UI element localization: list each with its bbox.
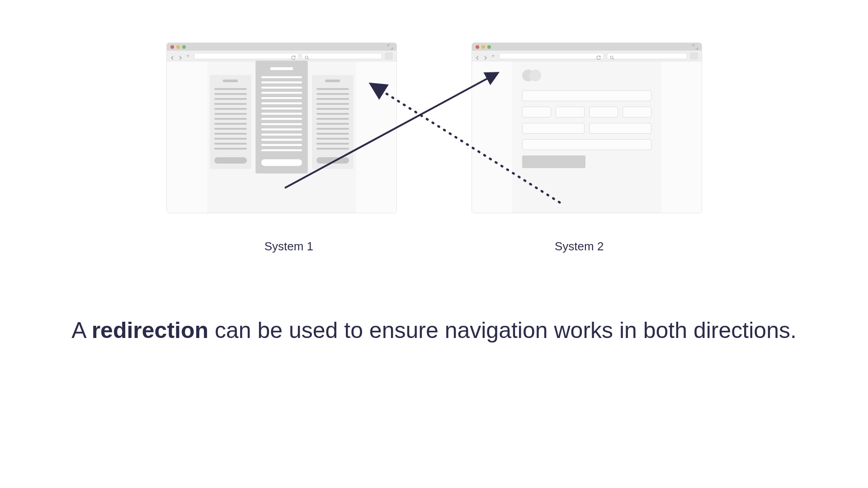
text-line (214, 148, 247, 150)
text-line (316, 143, 349, 145)
text-line (261, 102, 302, 104)
plus-icon: + (185, 53, 191, 59)
search-bar (607, 53, 687, 59)
text-line (261, 87, 302, 89)
payment-logo-icon (522, 70, 542, 82)
text-line (214, 113, 247, 115)
toolbar-end-button (690, 52, 698, 60)
text-line (214, 123, 247, 125)
card-button-primary (261, 159, 302, 166)
system2-content (512, 61, 661, 213)
text-line (316, 118, 349, 120)
svg-point-0 (305, 56, 308, 59)
text-line (316, 88, 349, 90)
text-line (261, 149, 302, 151)
card-title-placeholder (270, 67, 293, 70)
caption-bold: redirection (92, 318, 208, 343)
text-line (214, 88, 247, 90)
back-arrow-icon (476, 54, 480, 58)
text-line (261, 113, 302, 115)
search-icon (610, 54, 614, 58)
text-line (316, 103, 349, 105)
card-button (316, 157, 349, 164)
browser-pair: + (0, 42, 868, 213)
text-line (261, 108, 302, 109)
card-button (214, 157, 247, 164)
expand-icon (693, 44, 698, 50)
text-line (316, 128, 349, 130)
form-field (522, 123, 585, 134)
text-line (214, 108, 247, 110)
system-labels: System 1 System 2 (0, 239, 868, 253)
address-bar (194, 53, 299, 59)
text-line (214, 93, 247, 95)
browser-toolbar: + (472, 51, 702, 61)
text-line (214, 103, 247, 105)
text-line (316, 138, 349, 140)
minimize-icon (176, 45, 180, 49)
search-bar (302, 53, 382, 59)
refresh-icon (596, 54, 601, 58)
text-line (214, 118, 247, 120)
pricing-card-center (255, 61, 308, 174)
text-line (214, 143, 247, 145)
text-line (261, 92, 302, 94)
browser-toolbar: + (167, 51, 396, 61)
expand-icon (387, 44, 393, 50)
forward-arrow-icon (483, 54, 487, 58)
form-field (522, 90, 651, 101)
label-system-1: System 1 (264, 239, 313, 253)
form-field (589, 107, 618, 117)
browser-titlebar (167, 43, 396, 51)
form-field (589, 123, 651, 134)
browser-system-1: + (166, 42, 397, 213)
submit-button (522, 155, 585, 168)
pricing-card-left (210, 75, 251, 169)
text-line (261, 144, 302, 146)
svg-point-1 (610, 56, 613, 59)
text-line (261, 81, 302, 83)
label-system-2: System 2 (555, 239, 604, 253)
text-line (261, 139, 302, 141)
text-line (261, 123, 302, 125)
text-line (316, 108, 349, 110)
back-arrow-icon (170, 54, 175, 58)
diagram-stage: + (0, 0, 868, 488)
refresh-icon (291, 54, 296, 58)
text-line (214, 128, 247, 130)
text-line (261, 128, 302, 130)
system1-content (207, 61, 356, 213)
minimize-icon (481, 45, 485, 49)
text-line (316, 148, 349, 150)
browser-body (167, 61, 396, 213)
plus-icon: + (490, 53, 496, 59)
caption-prefix: A (71, 318, 91, 343)
pricing-card-right (312, 75, 354, 169)
text-line (316, 133, 349, 135)
search-icon (305, 54, 309, 58)
text-line (316, 113, 349, 115)
text-line (214, 98, 247, 100)
form-field (556, 107, 585, 117)
text-line (261, 76, 302, 78)
browser-body (472, 61, 702, 213)
maximize-icon (487, 45, 491, 49)
text-line (261, 134, 302, 136)
address-bar (499, 53, 604, 59)
form-field (623, 107, 651, 117)
text-line (214, 133, 247, 135)
form-field (522, 107, 551, 117)
card-title-placeholder (223, 80, 237, 82)
browser-system-2: + (472, 42, 702, 213)
text-line (214, 138, 247, 140)
close-icon (476, 45, 479, 49)
card-title-placeholder (325, 80, 340, 82)
caption-suffix: can be used to ensure navigation works i… (208, 318, 797, 343)
text-line (261, 97, 302, 99)
close-icon (170, 45, 174, 49)
form-field (522, 139, 651, 150)
text-line (316, 98, 349, 100)
toolbar-end-button (385, 52, 393, 60)
browser-titlebar (472, 43, 702, 51)
text-line (261, 118, 302, 120)
